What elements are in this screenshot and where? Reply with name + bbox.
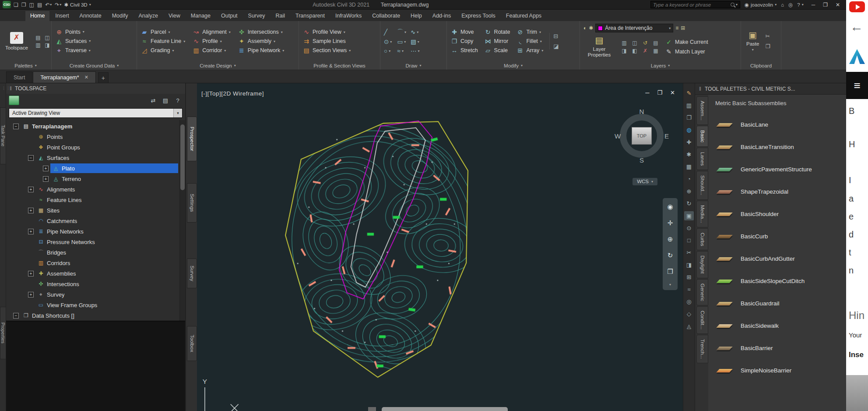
tree-item-survey[interactable]: +⌖Survey (6, 289, 185, 300)
ribbon-tab-view[interactable]: View (164, 11, 185, 21)
new-drawing-tab-button[interactable]: + (98, 72, 109, 83)
wcs-menu[interactable]: WCS▾ (633, 178, 657, 185)
commandline-grip[interactable] (368, 407, 376, 411)
layer-tool-icon[interactable]: ▥ (619, 40, 629, 46)
palette-item-basiccurbandgutter[interactable]: BasicCurbAndGutter (715, 248, 846, 270)
palette-tab-curbs[interactable]: Curbs (696, 228, 708, 251)
tree-expander[interactable]: − (28, 155, 34, 161)
youtube-icon[interactable] (849, 1, 865, 12)
file-tab-terraplanagem[interactable]: Terraplanagem* ✕ (33, 71, 95, 83)
traverse-button[interactable]: ⌖Traverse▾ (55, 47, 91, 54)
restore-button[interactable]: ❐ (657, 89, 662, 96)
tree-expander[interactable]: + (28, 208, 34, 213)
palette-tab-generic[interactable]: Generic (696, 279, 708, 305)
move-button[interactable]: ✚Move (450, 28, 478, 35)
layer-properties-button[interactable]: ▤ Layer Properties (583, 35, 615, 58)
connect-icon[interactable]: ⌂ (781, 2, 784, 7)
side-tool-icon[interactable]: ✱ (684, 150, 694, 159)
palette-item-basicsideslopecutditch[interactable]: BasicSideSlopeCutDitch (715, 270, 846, 292)
help-icon[interactable]: ? (173, 96, 183, 105)
plot-icon[interactable]: ▤ (37, 2, 42, 8)
palette-item-basiclanetransition[interactable]: BasicLaneTransition (715, 136, 846, 158)
palette-tab-media[interactable]: Media... (696, 201, 708, 227)
trim-button[interactable]: ⊘Trim▾ (516, 28, 543, 35)
tree-item-pressure-networks[interactable]: ⊟Pressure Networks (6, 237, 185, 247)
search-options-caret[interactable]: ▾ (736, 3, 738, 7)
palette-item-basicshoulder[interactable]: BasicShoulder (715, 203, 846, 225)
palette-item-basiccurb[interactable]: BasicCurb (715, 225, 846, 248)
palette-toggle-icon[interactable]: ▤ (34, 35, 42, 41)
showmotion-icon[interactable]: ❐ (664, 266, 676, 277)
ribbon-tab-home[interactable]: Home (25, 11, 49, 21)
viewcube-north[interactable]: N (640, 108, 644, 115)
steering-wheel-icon[interactable]: ◉ (664, 202, 676, 212)
tree-expander[interactable]: + (28, 229, 34, 234)
tree-item-surfaces[interactable]: −◭Surfaces (6, 152, 185, 163)
side-tool-icon[interactable]: ▦ (684, 162, 694, 171)
parcel-button[interactable]: ▰Parcel▾ (141, 28, 185, 35)
palette-tab-should[interactable]: Should... (696, 171, 708, 199)
task-pane-tab[interactable]: Task Pane (0, 107, 6, 164)
toolspace-tab-survey[interactable]: Survey (187, 259, 197, 288)
tree-expander[interactable]: + (28, 187, 34, 192)
paste-button[interactable]: ▣ Paste ▾ (745, 29, 761, 53)
viewcube-top-face[interactable]: TOP (632, 127, 652, 145)
ribbon-tab-transparent[interactable]: Transparent (291, 11, 330, 21)
ribbon-tab-express-tools[interactable]: Express Tools (457, 11, 500, 21)
ribbon-tab-annotate[interactable]: Annotate (75, 11, 106, 21)
ribbon-tab-manage[interactable]: Manage (186, 11, 215, 21)
preview-toggle-icon[interactable]: ▤ (161, 96, 170, 105)
tree-scrollbar[interactable] (179, 120, 185, 321)
copy-button[interactable]: ❐Copy (450, 38, 478, 45)
orbit-icon[interactable]: ↻ (664, 250, 676, 261)
side-tool-icon[interactable]: ◨ (684, 260, 694, 269)
palette-tab-basic[interactable]: Basic (696, 126, 708, 147)
draw-tool-icon[interactable]: ▭▾ (397, 38, 407, 45)
layer-dropdown[interactable]: Área de Intervenção ▾ (595, 24, 673, 32)
panel-label-create-ground-data[interactable]: Create Ground Data▾ (52, 61, 137, 70)
undo-button[interactable]: ↶▾ (45, 2, 52, 8)
minimize-button[interactable]: ─ (645, 89, 649, 96)
pan-icon[interactable]: ✛ (664, 218, 676, 228)
active-drawing-view-icon[interactable] (9, 96, 19, 105)
tree-expander[interactable]: + (43, 166, 49, 171)
notifications-icon[interactable]: ◎ (788, 2, 793, 8)
make-current-button[interactable]: ✓ Make Current (665, 39, 708, 46)
erase-icon[interactable]: ◪ (553, 43, 559, 50)
side-tool-icon[interactable]: ↻ (684, 199, 694, 208)
corridor-button[interactable]: ▥Corridor▾ (192, 47, 231, 54)
palette-item-basiclane[interactable]: BasicLane (715, 113, 846, 136)
ribbon-tab-output[interactable]: Output (216, 11, 242, 21)
viewcube-south[interactable]: S (640, 156, 644, 164)
points-button[interactable]: ⊕Points▾ (55, 28, 91, 35)
viewport-controls[interactable]: [-][Top][2D Wireframe] (201, 90, 264, 97)
palette-tab-assem[interactable]: Assem... (696, 96, 708, 125)
palette-item-simplenoisebarrier[interactable]: SimpleNoiseBarrier (715, 359, 846, 382)
side-tool-icon[interactable]: ✎ (684, 89, 694, 98)
tree-item-view-frame-groups[interactable]: ▭View Frame Groups (6, 300, 185, 310)
palette-tab-trench[interactable]: Trench... (696, 335, 708, 363)
palette-toggle-icon[interactable]: ▥ (34, 42, 42, 48)
ribbon-tab-infraworks[interactable]: InfraWorks (330, 11, 366, 21)
stretch-button[interactable]: ↔Stretch (450, 47, 478, 54)
tree-expander[interactable]: − (13, 313, 19, 319)
commandline-edge[interactable] (382, 407, 508, 411)
ribbon-tab-collaborate[interactable]: Collaborate (367, 11, 405, 21)
minimize-button[interactable]: ─ (808, 2, 819, 8)
workspace-switcher[interactable]: ✱ Civil 3D ▾ (64, 2, 91, 8)
toolspace-tab-toolbox[interactable]: Toolbox (187, 326, 197, 361)
layer-states-icon[interactable]: ⊞ (681, 25, 685, 31)
item-view-toggle-icon[interactable]: ⇄ (148, 96, 158, 105)
side-tool-icon[interactable]: ◔ (684, 174, 694, 184)
ribbon-tab-add-ins[interactable]: Add-ins (428, 11, 456, 21)
panel-label-layers[interactable]: Layers▾ (580, 61, 741, 70)
tree-item-alignments[interactable]: +∿Alignments (6, 184, 185, 195)
tree-item-terraplanagem[interactable]: −▤Terraplanagem (6, 121, 185, 131)
layer-isolate-icon[interactable]: ≡ (675, 25, 678, 31)
rotate-button[interactable]: ↻Rotate (484, 28, 510, 35)
app-menu-button[interactable]: C3D (3, 1, 11, 8)
draw-tool-icon[interactable]: ○▾ (384, 47, 393, 54)
tree-item-corridors[interactable]: ▥Corridors (6, 258, 185, 268)
toolspace-titlebar[interactable]: ‖ TOOLSPACE (6, 83, 185, 94)
draw-tool-icon[interactable]: ≈▾ (397, 47, 407, 54)
